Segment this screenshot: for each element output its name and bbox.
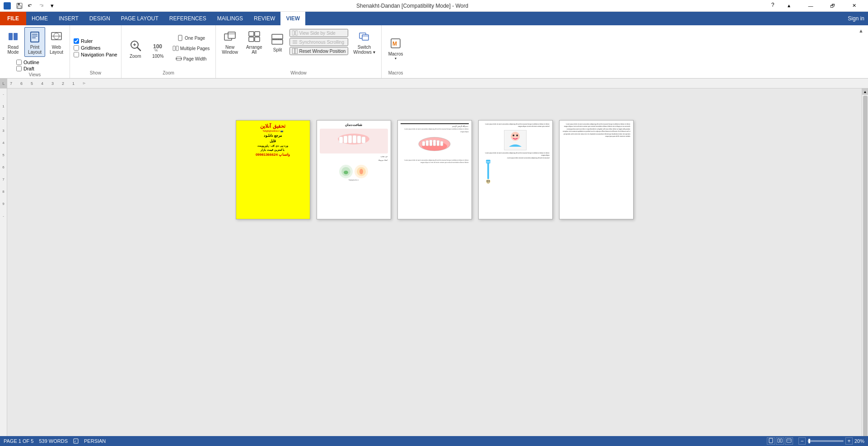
zoom-100-icon: 100% — [151, 38, 165, 53]
navigation-pane-check[interactable] — [74, 52, 79, 57]
tab-references[interactable]: REFERENCES — [164, 12, 212, 25]
tab-mailings[interactable]: MAILINGS — [212, 12, 248, 25]
ruler-mark-2: 2 — [62, 81, 64, 86]
quick-access-toolbar: ▾ — [14, 1, 57, 11]
page-2-thumbnail[interactable]: شناخت دندان فرد هدف: استاد مربوط: — [317, 120, 391, 219]
view-side-by-side-button[interactable]: View Side by Side — [289, 29, 348, 37]
page1-line1: مرجع دانلـود — [264, 134, 282, 138]
page-1-thumbnail[interactable]: تحقیق آنلاین Tahghighonline.ir 📷 مرجع دا… — [236, 120, 310, 219]
one-page-label: One Page — [185, 36, 205, 41]
one-page-button[interactable]: One Page — [170, 33, 212, 42]
ruler-label: Ruler — [81, 38, 93, 44]
page3-content: بسم الله الرحمن الرحیم Lorem ipsum dolor… — [401, 123, 469, 133]
outline-checkbox[interactable]: Outline — [16, 60, 67, 65]
zoom-group-label: Zoom — [163, 70, 174, 76]
tab-insert[interactable]: INSERT — [53, 12, 84, 25]
svg-rect-20 — [176, 46, 178, 51]
outline-label: Outline — [23, 60, 39, 65]
arrange-all-icon — [247, 29, 261, 44]
collapse-ribbon-button[interactable]: ▲ — [856, 27, 866, 34]
status-print-layout-button[interactable] — [767, 437, 775, 445]
gridlines-check[interactable] — [74, 45, 79, 51]
page2-title: شناخت دندان — [320, 123, 388, 127]
zoom-slider-thumb[interactable] — [808, 439, 810, 443]
undo-button[interactable] — [25, 1, 35, 11]
page1-phone: واتساپ 09981366624 — [256, 153, 290, 157]
switch-windows-button[interactable]: SwitchWindows ▾ — [350, 27, 378, 57]
page1-line4: با کمترین قیمت بازار — [261, 148, 285, 151]
tab-review[interactable]: REVIEW — [248, 12, 280, 25]
navigation-pane-checkbox[interactable]: Navigation Pane — [74, 52, 117, 57]
sign-in-link[interactable]: Sign in — [848, 15, 864, 22]
svg-rect-38 — [295, 31, 298, 35]
outline-check[interactable] — [16, 60, 22, 65]
ruler-check[interactable] — [74, 38, 79, 44]
tab-file[interactable]: FILE — [0, 12, 26, 25]
gridlines-checkbox[interactable]: Gridlines — [74, 45, 117, 51]
zoom-button[interactable]: Zoom — [125, 33, 146, 63]
tab-page-layout[interactable]: PAGE LAYOUT — [116, 12, 164, 25]
svg-rect-37 — [292, 31, 294, 35]
print-layout-button[interactable]: PrintLayout — [24, 27, 45, 57]
restore-button[interactable]: 🗗 — [822, 0, 843, 12]
redo-icon — [38, 3, 44, 9]
svg-rect-30 — [249, 32, 254, 36]
main-area: - 1 2 3 4 5 6 7 8 9 - تحقیق آنلاین Tahgh… — [0, 88, 868, 446]
zoom-in-button[interactable]: + — [845, 437, 853, 445]
svg-rect-1 — [18, 3, 20, 5]
scroll-up-button[interactable]: ▲ — [862, 88, 868, 95]
zoom-slider-track[interactable] — [807, 440, 844, 442]
ruler-mark-7: 7 — [10, 81, 12, 86]
draft-checkbox[interactable]: Draft — [16, 66, 67, 71]
zoom-100-button[interactable]: 100% 100% — [148, 33, 168, 63]
minimize-button[interactable]: — — [800, 0, 821, 12]
new-window-button[interactable]: NewWindow — [219, 27, 241, 57]
page-4-thumbnail[interactable]: Lorem ipsum dolor sit amet consectetur a… — [478, 120, 553, 219]
synchronous-scrolling-label: Synchronous Scrolling — [299, 40, 344, 45]
redo-button[interactable] — [36, 1, 46, 11]
status-web-layout-button[interactable] — [785, 437, 793, 445]
vruler-2: 1 — [2, 104, 4, 108]
svg-rect-2 — [18, 6, 21, 8]
read-mode-button[interactable]: ReadMode — [3, 27, 23, 57]
customize-qat-button[interactable]: ▾ — [47, 1, 57, 11]
document-canvas[interactable]: تحقیق آنلاین Tahghighonline.ir 📷 مرجع دا… — [7, 88, 862, 446]
status-full-page-button[interactable] — [776, 437, 784, 445]
save-button[interactable] — [14, 1, 24, 11]
multiple-pages-icon — [173, 45, 179, 51]
tab-design[interactable]: DESIGN — [84, 12, 116, 25]
draft-check[interactable] — [16, 66, 22, 71]
tab-view[interactable]: VIEW — [280, 12, 305, 25]
navigation-pane-label: Navigation Pane — [81, 52, 117, 57]
svg-rect-8 — [32, 37, 36, 38]
reset-window-position-button[interactable]: Reset Window Position — [289, 47, 348, 55]
macros-group: M Macros ▾ Macros — [382, 25, 410, 78]
page-width-button[interactable]: Page Width — [170, 54, 212, 63]
help-button[interactable]: ? — [768, 0, 778, 10]
close-button[interactable]: ✕ — [844, 0, 864, 12]
page4-image — [504, 130, 527, 150]
vertical-scrollbar[interactable]: ▲ ▼ — [862, 88, 868, 446]
svg-rect-33 — [255, 37, 260, 42]
scroll-thumb[interactable] — [863, 96, 868, 443]
ruler-checkbox[interactable]: Ruler — [74, 38, 117, 44]
page1-line2: فایل — [270, 139, 276, 143]
svg-point-69 — [513, 135, 514, 136]
zoom-out-button[interactable]: − — [798, 437, 806, 445]
multiple-pages-button[interactable]: Multiple Pages — [170, 44, 212, 53]
gridlines-label: Gridlines — [81, 45, 100, 51]
page-3-thumbnail[interactable]: بسم الله الرحمن الرحیم Lorem ipsum dolor… — [397, 120, 472, 219]
ribbon-collapse-button[interactable]: ▲ — [779, 0, 799, 12]
arrange-all-button[interactable]: ArrangeAll — [243, 27, 266, 57]
synchronous-scrolling-button[interactable]: Synchronous Scrolling — [289, 38, 348, 46]
tab-home[interactable]: HOME — [26, 12, 53, 25]
vruler-6: 5 — [2, 153, 4, 157]
page-5-thumbnail[interactable]: Lorem ipsum dolor sit amet consectetur a… — [559, 120, 634, 219]
split-button[interactable]: Split — [267, 27, 288, 57]
reset-window-position-label: Reset Window Position — [299, 49, 345, 54]
svg-rect-18 — [178, 35, 182, 41]
macros-button[interactable]: M Macros ▾ — [385, 33, 406, 63]
vruler-5: 4 — [2, 141, 4, 145]
statusbar: PAGE 1 OF 5 539 WORDS ✓ PERSIAN − + — [0, 436, 868, 446]
web-layout-button[interactable]: WebLayout — [46, 27, 67, 57]
